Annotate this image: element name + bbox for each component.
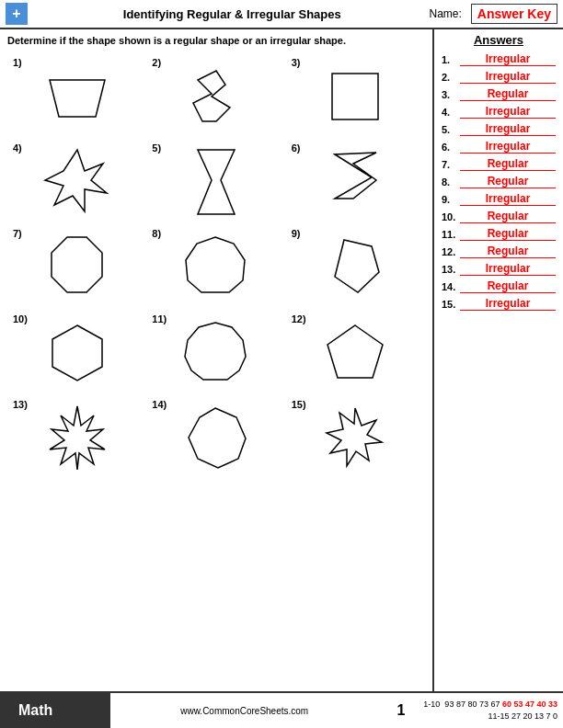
svg-marker-11 — [327, 325, 383, 378]
shape-svg-4 — [40, 145, 114, 219]
answer-row-15: 15. Irregular — [442, 297, 556, 311]
answer-num-2: 2. — [442, 72, 460, 83]
answer-row-10: 10. Regular — [442, 210, 556, 223]
answer-num-9: 9. — [442, 194, 460, 205]
shape-svg-8 — [181, 233, 250, 301]
answer-num-3: 3. — [442, 89, 460, 100]
shape-number-5: 5) — [152, 142, 161, 154]
footer-scores-2: 11-15 27 20 13 7 0 — [423, 711, 557, 722]
shape-cell-3: 3) — [286, 53, 425, 139]
svg-marker-4 — [198, 150, 235, 214]
answer-num-15: 15. — [442, 299, 460, 310]
answer-row-7: 7. Regular — [442, 157, 556, 171]
svg-marker-6 — [52, 237, 102, 292]
shape-number-9: 9) — [292, 228, 301, 239]
shape-svg-3 — [323, 66, 387, 126]
answer-text-2: Irregular — [460, 70, 556, 84]
main-container: Determine if the shape shown is a regula… — [0, 29, 563, 691]
answer-num-12: 12. — [442, 246, 460, 257]
answer-num-5: 5. — [442, 124, 460, 135]
shape-svg-6 — [326, 145, 385, 219]
answer-text-9: Irregular — [460, 192, 556, 206]
shape-number-2: 2) — [152, 57, 161, 68]
shape-number-12: 12) — [292, 313, 306, 324]
answer-row-6: 6. Irregular — [442, 140, 556, 154]
answer-text-3: Regular — [460, 87, 556, 101]
shape-svg-9 — [326, 235, 385, 300]
svg-marker-10 — [185, 323, 246, 380]
answer-row-1: 1. Irregular — [442, 52, 556, 66]
shape-number-14: 14) — [152, 399, 167, 410]
shape-number-7: 7) — [13, 228, 22, 239]
shape-svg-15 — [321, 404, 390, 472]
answer-num-14: 14. — [442, 281, 460, 292]
answer-row-12: 12. Regular — [442, 245, 556, 258]
shape-number-1: 1) — [13, 57, 22, 68]
shape-cell-7: 7) — [7, 224, 146, 310]
answer-text-10: Regular — [460, 210, 556, 223]
answer-row-4: 4. Irregular — [442, 105, 556, 119]
svg-marker-13 — [189, 408, 246, 468]
answer-num-7: 7. — [442, 159, 460, 170]
shape-number-11: 11) — [152, 313, 167, 324]
answer-row-14: 14. Regular — [442, 279, 556, 293]
svg-marker-14 — [327, 408, 382, 466]
shape-cell-15: 15) — [286, 395, 425, 481]
shape-svg-10 — [45, 321, 109, 385]
shape-number-6: 6) — [292, 142, 301, 154]
answer-num-13: 13. — [442, 264, 460, 275]
answer-num-6: 6. — [442, 142, 460, 153]
answer-num-10: 10. — [442, 211, 460, 222]
answer-num-11: 11. — [442, 229, 460, 240]
answer-row-2: 2. Irregular — [442, 70, 556, 84]
svg-marker-9 — [52, 325, 102, 381]
shape-svg-1 — [45, 66, 109, 126]
header-name-label: Name: — [430, 7, 462, 20]
shape-cell-8: 8) — [146, 224, 285, 310]
answer-num-8: 8. — [442, 176, 460, 188]
shape-cell-4: 4) — [7, 139, 146, 224]
shape-svg-5 — [189, 145, 244, 219]
svg-marker-1 — [193, 71, 230, 121]
answer-row-11: 11. Regular — [442, 227, 556, 241]
svg-marker-5 — [335, 153, 376, 199]
svg-marker-12 — [50, 406, 105, 470]
shape-number-13: 13) — [13, 399, 28, 410]
footer-math-label: Math — [0, 693, 110, 728]
answer-row-13: 13. Irregular — [442, 262, 556, 276]
answer-row-9: 9. Irregular — [442, 192, 556, 206]
answer-row-3: 3. Regular — [442, 87, 556, 101]
shape-number-10: 10) — [13, 313, 28, 324]
header: + Identifying Regular & Irregular Shapes… — [0, 0, 563, 29]
shape-cell-1: 1) — [7, 53, 146, 139]
answer-num-1: 1. — [442, 54, 460, 65]
svg-rect-2 — [332, 74, 378, 119]
instructions: Determine if the shape shown is a regula… — [7, 35, 425, 46]
answers-header: Answers — [442, 33, 556, 47]
answer-text-13: Irregular — [460, 262, 556, 276]
footer-scores-red: 60 53 47 40 33 — [502, 700, 557, 709]
footer-scores: 1-10 93 87 80 73 67 60 53 47 40 33 11-15… — [423, 699, 563, 722]
logo-icon: + — [6, 3, 28, 25]
shape-number-8: 8) — [152, 228, 161, 239]
answer-text-12: Regular — [460, 245, 556, 258]
answer-text-4: Irregular — [460, 105, 556, 119]
answer-text-11: Regular — [460, 227, 556, 241]
answer-text-15: Irregular — [460, 297, 556, 311]
footer-page: 1 — [396, 702, 405, 719]
shape-number-4: 4) — [13, 142, 22, 154]
svg-marker-7 — [186, 237, 245, 292]
shape-svg-7 — [42, 233, 111, 301]
answer-key-label: Answer Key — [471, 4, 557, 24]
answer-text-14: Regular — [460, 279, 556, 293]
shape-cell-13: 13) — [7, 395, 146, 481]
shape-cell-11: 11) — [146, 310, 285, 395]
answer-row-5: 5. Irregular — [442, 122, 556, 136]
svg-marker-3 — [45, 150, 107, 211]
shape-cell-5: 5) — [146, 139, 285, 224]
shape-number-15: 15) — [292, 399, 306, 410]
content-area: Determine if the shape shown is a regula… — [0, 29, 434, 691]
shape-cell-12: 12) — [286, 310, 425, 395]
answer-text-6: Irregular — [460, 140, 556, 154]
shape-svg-11 — [181, 318, 250, 387]
